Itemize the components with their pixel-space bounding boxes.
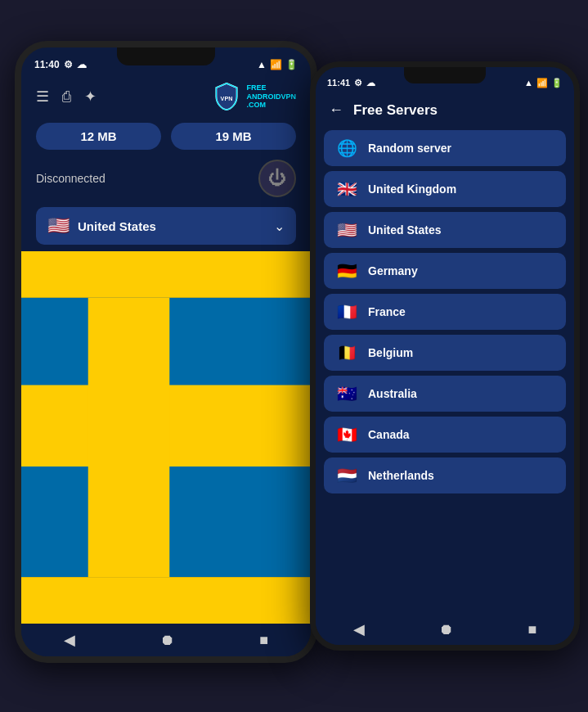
phone1-home-bar: ◀ ⏺ ■ [21, 624, 311, 656]
phone2-time: 11:41 ⚙ ☁ [327, 78, 375, 88]
server-name-label: United States [368, 223, 441, 237]
star-icon[interactable]: ✦ [84, 88, 97, 106]
server-name-label: Germany [368, 264, 418, 277]
phone2-wifi-icon: ▲ [524, 78, 533, 88]
phone1-notch [117, 47, 215, 65]
server-flag-icon: 🇦🇺 [335, 384, 358, 403]
svg-rect-4 [88, 298, 170, 577]
wifi-icon: ▲ [257, 59, 267, 70]
server-list-item[interactable]: 🇺🇸United States [324, 212, 566, 248]
server-name-label: Australia [368, 387, 417, 400]
svg-rect-1 [21, 251, 311, 298]
home-nav-button[interactable]: ⏺ [160, 632, 175, 649]
logo-area: VPN FREE ANDROIDVPN .COM [212, 82, 296, 111]
phone2-battery-icon: 🔋 [551, 78, 563, 88]
battery-icon: 🔋 [285, 59, 298, 70]
server-flag-icon: 🇺🇸 [335, 220, 358, 240]
server-flag-icon: 🇩🇪 [335, 261, 358, 281]
country-flag: 🇺🇸 [47, 215, 70, 237]
server-flag-icon: 🌐 [335, 138, 358, 158]
sweden-flag-display [21, 251, 311, 624]
phone2-title: Free Servers [353, 102, 438, 119]
phone1-stats: 12 MB 19 MB [21, 116, 311, 156]
server-flag-icon: 🇬🇧 [335, 179, 358, 199]
server-flag-icon: 🇳🇱 [335, 466, 358, 485]
logo-text: FREE ANDROIDVPN .COM [246, 83, 296, 110]
phone1-toolbar: ☰ ⎙ ✦ VPN FREE ANDROIDVPN .COM [21, 77, 311, 116]
phone2: 11:41 ⚙ ☁ ▲ 📶 🔋 ← Free Servers 🌐Random s… [310, 61, 580, 651]
power-button[interactable]: ⏻ [258, 160, 296, 197]
server-name-label: Canada [368, 428, 410, 441]
server-name-label: Random server [368, 142, 451, 155]
server-flag-icon: 🇧🇪 [335, 343, 358, 363]
phone2-signal-icon: 📶 [536, 78, 548, 88]
signal-icon: 📶 [270, 59, 282, 70]
settings-icon: ⚙ [64, 59, 73, 70]
back-button[interactable]: ← [329, 101, 343, 119]
recents-nav-button[interactable]: ■ [259, 632, 268, 649]
phone1-time: 11:40 ⚙ ☁ [34, 59, 87, 70]
server-name-label: Belgium [368, 346, 413, 359]
server-list-item[interactable]: 🇩🇪Germany [324, 253, 566, 289]
svg-text:VPN: VPN [221, 95, 233, 102]
phone1-status-icons: ▲ 📶 🔋 [257, 59, 298, 70]
phone2-back-nav[interactable]: ◀ [353, 620, 365, 638]
server-flag-icon: 🇨🇦 [335, 425, 358, 444]
server-list-item[interactable]: 🇫🇷France [324, 294, 566, 330]
server-list-item[interactable]: 🌐Random server [324, 130, 566, 166]
phone2-settings-icon: ⚙ [354, 78, 362, 88]
phone2-home-nav[interactable]: ⏺ [439, 621, 454, 638]
phone2-header: ← Free Servers [316, 95, 574, 127]
phone2-cloud-icon: ☁ [366, 78, 375, 88]
logo-shield-icon: VPN [212, 82, 241, 111]
phone2-recents-nav[interactable]: ■ [528, 621, 537, 638]
phone2-notch [404, 67, 486, 83]
server-list: 🌐Random server🇬🇧United Kingdom🇺🇸United S… [316, 127, 574, 614]
toolbar-icons: ☰ ⎙ ✦ [36, 88, 97, 106]
server-name-label: Netherlands [368, 469, 434, 482]
download-stat: 12 MB [36, 123, 161, 150]
country-selector[interactable]: 🇺🇸 United States ⌄ [36, 207, 296, 245]
svg-rect-5 [21, 577, 311, 624]
server-list-item[interactable]: 🇧🇪Belgium [324, 335, 566, 371]
server-list-item[interactable]: 🇳🇱Netherlands [324, 457, 566, 493]
server-list-item[interactable]: 🇦🇺Australia [324, 376, 566, 412]
phone1-disconnected-row: Disconnected ⏻ [21, 156, 311, 204]
server-flag-icon: 🇫🇷 [335, 302, 358, 322]
country-name: United States [78, 219, 266, 233]
server-list-item[interactable]: 🇨🇦Canada [324, 417, 566, 453]
menu-icon[interactable]: ☰ [36, 88, 49, 106]
server-name-label: France [368, 305, 406, 318]
share-icon[interactable]: ⎙ [62, 88, 71, 106]
phone2-home-bar: ◀ ⏺ ■ [316, 614, 574, 645]
upload-stat: 19 MB [171, 123, 296, 150]
cloud-icon: ☁ [77, 59, 87, 70]
chevron-down-icon: ⌄ [274, 219, 285, 234]
phone2-status-icons: ▲ 📶 🔋 [524, 78, 563, 88]
phone1: 11:40 ⚙ ☁ ▲ 📶 🔋 ☰ ⎙ ✦ VPN FREE ANDROIDVP… [15, 41, 317, 663]
back-nav-button[interactable]: ◀ [64, 631, 75, 649]
server-list-item[interactable]: 🇬🇧United Kingdom [324, 171, 566, 207]
disconnected-status: Disconnected [36, 172, 105, 185]
server-name-label: United Kingdom [368, 183, 456, 196]
